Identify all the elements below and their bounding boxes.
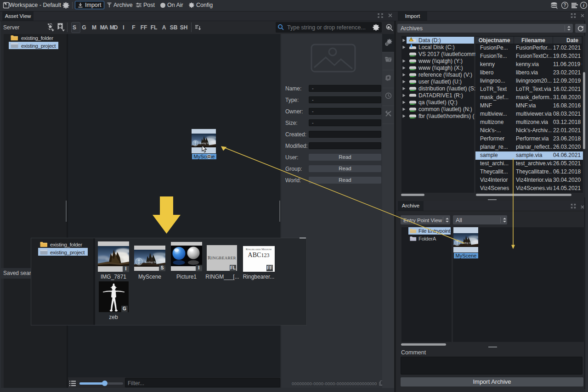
svg-text:i: i: [583, 2, 585, 8]
svg-text:?: ?: [563, 3, 566, 8]
